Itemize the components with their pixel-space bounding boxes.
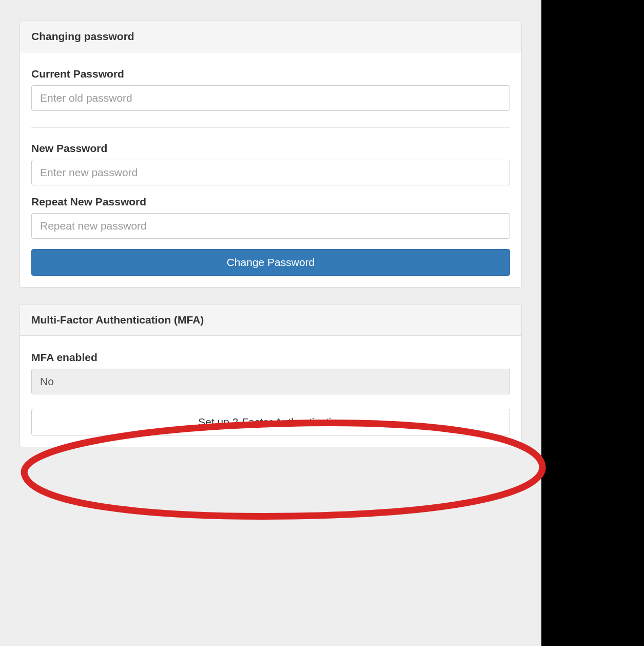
current-password-label: Current Password (31, 68, 510, 80)
mfa-panel: Multi-Factor Authentication (MFA) MFA en… (19, 304, 522, 447)
current-password-input[interactable] (31, 85, 510, 111)
mfa-enabled-group: MFA enabled No (31, 351, 510, 394)
changing-password-panel: Changing password Current Password New P… (19, 21, 522, 288)
new-password-input[interactable] (31, 160, 510, 185)
mfa-title: Multi-Factor Authentication (MFA) (31, 314, 510, 326)
mfa-enabled-label: MFA enabled (31, 351, 510, 364)
setup-2fa-button[interactable]: Set up 2-Factor Authentication (31, 409, 510, 435)
new-password-group: New Password (31, 127, 510, 185)
current-password-group: Current Password (31, 68, 510, 111)
right-shadow-region (541, 0, 644, 646)
new-password-label: New Password (31, 142, 510, 155)
change-password-button[interactable]: Change Password (31, 249, 510, 276)
mfa-header: Multi-Factor Authentication (MFA) (20, 305, 521, 336)
repeat-password-input[interactable] (31, 213, 510, 239)
repeat-password-label: Repeat New Password (31, 196, 510, 208)
repeat-password-group: Repeat New Password (31, 196, 510, 239)
changing-password-header: Changing password (20, 21, 521, 52)
mfa-enabled-value: No (31, 369, 510, 394)
changing-password-title: Changing password (31, 30, 510, 43)
